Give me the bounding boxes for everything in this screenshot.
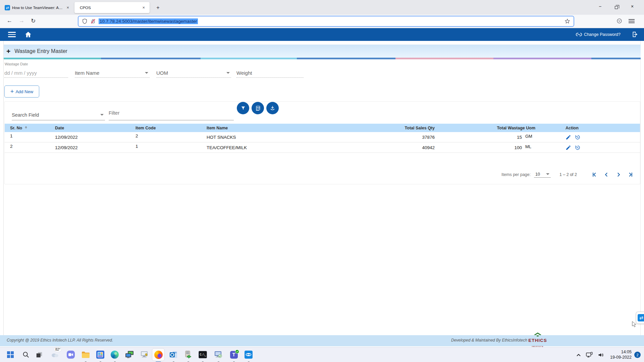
- last-page-icon[interactable]: [628, 172, 634, 178]
- file-explorer-icon[interactable]: [80, 350, 91, 360]
- credit-text: Developed & Maintained By EthicsInfotech: [451, 338, 527, 343]
- copyright-text: Copyright @ 2019 Ethics Infotech LLP. Al…: [7, 338, 113, 343]
- items-per-page-select[interactable]: 10: [534, 172, 551, 178]
- funnel-icon: [240, 106, 246, 111]
- firefox-icon[interactable]: [153, 350, 163, 360]
- history-icon[interactable]: [575, 145, 580, 150]
- edit-icon[interactable]: [566, 134, 571, 140]
- table-card: Search Field Filter PDF Sr. No Date Item…: [4, 101, 640, 184]
- previous-page-icon[interactable]: [603, 172, 609, 178]
- browser-menu-icon[interactable]: [629, 18, 635, 24]
- chevron-down-icon: [546, 173, 549, 175]
- col-total-sales-qty[interactable]: Total Sales Qty: [351, 126, 435, 130]
- tab-title: CPOS: [80, 6, 139, 10]
- search-field-select[interactable]: Search Field: [12, 110, 105, 120]
- url-bar[interactable]: 10.7.78.24:5003/master/itemwisewastagema…: [78, 16, 574, 27]
- teamviewer-taskbar-icon[interactable]: [244, 350, 254, 360]
- tab-close-icon[interactable]: ×: [141, 5, 146, 10]
- taskbar-clock[interactable]: 14:05 19-09-2022: [610, 350, 632, 360]
- volume-icon[interactable]: [598, 352, 604, 358]
- search-icon[interactable]: [21, 350, 31, 360]
- tab-close-icon[interactable]: ×: [65, 5, 70, 10]
- filter-input[interactable]: Filter: [109, 110, 234, 120]
- col-item-code[interactable]: Item Code: [136, 126, 207, 130]
- url-text-selected[interactable]: 10.7.78.24:5003/master/itemwisewastagema…: [99, 18, 198, 24]
- wastage-date-input[interactable]: dd / mm / yyyy: [4, 68, 68, 78]
- export-pdf-button[interactable]: PDF: [252, 102, 264, 114]
- change-password-link[interactable]: Change Password?: [576, 28, 621, 41]
- date-label: 19-09-2022: [610, 355, 632, 360]
- expand-plus-icon[interactable]: +: [6, 47, 10, 55]
- history-icon[interactable]: [575, 134, 580, 140]
- menu-icon[interactable]: [8, 32, 16, 39]
- screen: ⇄ How to Use TeamViewer: All You × CPOS …: [0, 0, 644, 362]
- cell-uom: ML: [525, 144, 535, 149]
- cell-sales-qty: 37876: [351, 135, 435, 140]
- new-tab-button[interactable]: +: [154, 3, 162, 12]
- photos-icon[interactable]: [95, 350, 105, 360]
- display-tray-icon[interactable]: [586, 352, 593, 358]
- bookmark-star-icon[interactable]: [565, 18, 570, 24]
- item-name-select[interactable]: Item Name: [75, 68, 150, 78]
- remote-pc-icon[interactable]: [140, 350, 150, 360]
- uom-select[interactable]: UOM: [156, 68, 231, 78]
- chevron-down-icon: [100, 114, 104, 116]
- teams-icon[interactable]: T: [229, 350, 239, 360]
- app-header: Change Password?: [0, 28, 644, 41]
- col-item-name[interactable]: Item Name: [207, 126, 351, 130]
- teamviewer-flyout[interactable]: ⇄: [636, 312, 644, 324]
- cell-code: 2: [136, 133, 207, 138]
- filter-button[interactable]: [237, 102, 249, 114]
- col-date[interactable]: Date: [55, 126, 136, 130]
- table-row: 1 12/09/2022 2 HOT SNACKS 37876 15GM: [5, 132, 640, 142]
- download-button[interactable]: [266, 102, 279, 114]
- browser-toolbar: ← → ↻ 10.7.78.24:5003/master/itemwisewas…: [0, 15, 644, 28]
- edge-icon[interactable]: [110, 350, 120, 360]
- cell-date: 12/09/2022: [55, 135, 136, 140]
- terminal-icon[interactable]: C:\_: [198, 350, 208, 360]
- page-footer: Copyright @ 2019 Ethics Infotech LLP. Al…: [0, 335, 644, 346]
- page-title: Wastage Entry Master: [14, 48, 67, 54]
- chat-icon[interactable]: [66, 350, 76, 360]
- server-deploy-icon[interactable]: [183, 350, 193, 360]
- logout-icon[interactable]: [632, 31, 639, 39]
- svg-text:PDF: PDF: [257, 107, 260, 109]
- wastage-date-label: Wastage Date: [5, 62, 28, 66]
- network-computers-icon[interactable]: [124, 350, 135, 360]
- plus-icon: +: [10, 88, 14, 95]
- taskbar: 82°: [0, 347, 644, 362]
- teamviewer-favicon: ⇄: [5, 5, 10, 10]
- add-new-button[interactable]: + Add New: [4, 85, 39, 98]
- remote-pc-2-icon[interactable]: [213, 350, 223, 360]
- cell-code: 1: [136, 144, 207, 149]
- pocket-icon[interactable]: [616, 18, 622, 24]
- next-page-icon[interactable]: [615, 172, 622, 178]
- home-icon[interactable]: [24, 31, 32, 40]
- cell-sr: 1: [5, 133, 55, 138]
- items-per-page-label: Items per page:: [501, 172, 531, 177]
- tab-teamviewer[interactable]: ⇄ How to Use TeamViewer: All You ×: [3, 2, 72, 13]
- tab-cpos[interactable]: CPOS ×: [74, 2, 150, 13]
- weight-input[interactable]: Weight: [236, 68, 304, 78]
- forward-icon[interactable]: →: [19, 17, 24, 24]
- window-close-button[interactable]: ×: [625, 0, 640, 13]
- notification-badge[interactable]: 2: [634, 352, 641, 358]
- first-page-icon[interactable]: [591, 172, 597, 178]
- window-minimize-button[interactable]: −: [592, 0, 608, 13]
- cell-uom: GM: [525, 134, 535, 139]
- weather-widget[interactable]: 82°: [50, 350, 60, 360]
- edit-icon[interactable]: [566, 145, 571, 150]
- cell-sales-qty: 40942: [351, 145, 435, 150]
- ethics-logo-chevron: [533, 332, 542, 337]
- col-total-wastage-uom[interactable]: Total Wastage Uom: [435, 126, 535, 130]
- insecure-lock-icon[interactable]: [90, 18, 96, 24]
- window-restore-button[interactable]: [608, 0, 624, 13]
- outlook-icon[interactable]: [168, 350, 178, 360]
- task-view-icon[interactable]: [34, 350, 44, 360]
- start-button[interactable]: [5, 350, 15, 360]
- col-sr-no[interactable]: Sr. No: [5, 126, 55, 130]
- back-icon[interactable]: ←: [7, 17, 12, 24]
- reload-icon[interactable]: ↻: [31, 17, 36, 24]
- tray-chevron-up-icon[interactable]: [576, 353, 581, 357]
- shield-icon[interactable]: [82, 18, 88, 24]
